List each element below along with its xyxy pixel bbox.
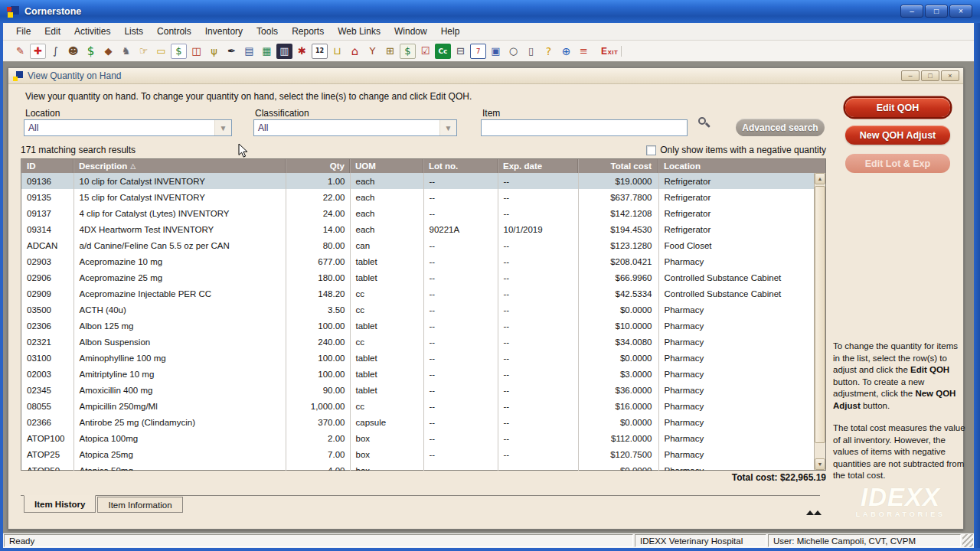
radiology-icon[interactable]: ▥ xyxy=(276,44,292,59)
negative-qty-checkbox[interactable] xyxy=(646,145,656,155)
table-row[interactable]: ATOP25Atopica 25mg7.00box----$120.7500Ph… xyxy=(21,446,815,462)
exit-door-icon[interactable]: ◫ xyxy=(188,44,204,59)
patient-clipboard-icon[interactable]: ✚ xyxy=(30,44,46,59)
invoice-icon[interactable]: $ xyxy=(171,44,187,59)
header-total-cost[interactable]: Total cost xyxy=(578,159,658,173)
payment-icon[interactable]: ☞ xyxy=(136,44,152,59)
table-scrollbar[interactable]: ▲ ▼ xyxy=(814,173,825,470)
menu-reports[interactable]: Reports xyxy=(285,24,331,39)
table-row[interactable]: 091374 clip for Catalyst (Lytes) INVENTO… xyxy=(21,205,815,221)
header-qty[interactable]: Qty xyxy=(286,159,350,173)
tab-item-information[interactable]: Item Information xyxy=(97,497,182,513)
menu-help[interactable]: Help xyxy=(434,24,467,39)
table-row[interactable]: ATOP100Atopica 100mg2.00box----$112.0000… xyxy=(21,430,815,446)
daily-planner-icon[interactable]: ☑ xyxy=(417,44,433,59)
chevron-down-icon[interactable]: ▼ xyxy=(214,120,231,135)
cashier-icon[interactable]: $ xyxy=(83,44,99,59)
cell-exp: -- xyxy=(498,430,578,446)
menu-tools[interactable]: Tools xyxy=(250,24,285,39)
edit-qoh-button[interactable]: Edit QOH xyxy=(845,98,950,117)
table-row[interactable]: 02321Albon Suspension240.00cc----$34.008… xyxy=(21,334,815,350)
copy-icon[interactable]: ▣ xyxy=(488,44,504,59)
minimize-icon[interactable]: – xyxy=(900,5,923,18)
qoh-close-icon[interactable]: × xyxy=(941,70,959,81)
travel-list-icon[interactable]: ≡ xyxy=(576,44,592,59)
table-row[interactable]: 02003Amitriptyline 10 mg100.00tablet----… xyxy=(21,366,815,382)
exit-button[interactable]: Exit xyxy=(598,46,622,57)
chevron-down-icon[interactable]: ▼ xyxy=(439,120,456,135)
lab-beaker-icon[interactable]: ⊔ xyxy=(329,44,345,59)
delete-trash-icon[interactable]: ▯ xyxy=(523,44,539,59)
boarding-home-icon[interactable]: ⌂ xyxy=(347,44,363,59)
header-id[interactable]: ID xyxy=(21,159,74,173)
menu-activities[interactable]: Activities xyxy=(67,24,117,39)
table-row[interactable]: 02366Antirobe 25 mg (Clindamycin)370.00c… xyxy=(21,414,815,430)
schedule-calendar-icon[interactable]: 7 xyxy=(470,44,486,59)
header-description[interactable]: Description △ xyxy=(74,159,286,173)
patient-icon[interactable]: ♞ xyxy=(118,44,134,59)
table-row[interactable]: ADCANa/d Canine/Feline Can 5.5 oz per CA… xyxy=(21,237,815,253)
checkin-note-icon[interactable]: ✎ xyxy=(12,44,28,59)
blood-work-icon[interactable]: ✱ xyxy=(294,44,310,59)
item-search-input[interactable] xyxy=(481,119,688,136)
menu-lists[interactable]: Lists xyxy=(117,24,150,39)
new-qoh-adjust-button[interactable]: New QOH Adjust xyxy=(845,126,950,145)
header-uom[interactable]: UOM xyxy=(350,159,423,173)
table-row[interactable]: 02909Acepromazine Injectable PER CC148.2… xyxy=(21,285,815,302)
menu-edit[interactable]: Edit xyxy=(38,24,67,39)
tab-item-history[interactable]: Item History xyxy=(24,495,96,513)
scroll-up-icon[interactable]: ▲ xyxy=(815,173,825,184)
table-row[interactable]: 03100Aminophylline 100 mg100.00tablet---… xyxy=(21,350,815,366)
help-icon[interactable]: ? xyxy=(541,44,557,59)
table-row[interactable]: 03500ACTH (40u)3.50cc----$0.0000Pharmacy xyxy=(21,302,815,318)
web-icon[interactable]: ⊕ xyxy=(558,44,574,59)
header-location[interactable]: Location xyxy=(658,159,825,173)
scroll-down-icon[interactable]: ▼ xyxy=(815,458,825,470)
table-row[interactable]: 02903Acepromazine 10 mg677.00tablet----$… xyxy=(21,253,815,269)
menu-file[interactable]: File xyxy=(9,24,38,39)
inventory-cabinet-icon[interactable]: ⊞ xyxy=(382,44,398,59)
toolbar-icons: ✎✚∫☻$◆♞☞▭$◫ψ✒▤▦▥✱12⊔⌂Y⊞$☑Cc⊟7▣○▯?⊕≡ xyxy=(12,44,593,59)
medical-notes-icon[interactable]: ∫ xyxy=(47,44,64,59)
table-row[interactable]: 02306Albon 125 mg100.00tablet----$10.000… xyxy=(21,318,815,334)
table-row[interactable]: 02906Acepromazine 25 mg180.00tablet----$… xyxy=(21,269,815,285)
classification-dropdown[interactable]: All ▼ xyxy=(253,119,457,136)
lab-request-icon[interactable]: ✒ xyxy=(224,44,240,59)
close-icon[interactable]: × xyxy=(949,5,972,18)
billing-icon[interactable]: $ xyxy=(400,44,416,59)
menu-inventory[interactable]: Inventory xyxy=(198,24,250,39)
search-icon[interactable]: ○ xyxy=(505,44,521,59)
edit-lot-exp-button[interactable]: Edit Lot & Exp xyxy=(845,154,950,173)
collapse-panel-icon[interactable] xyxy=(806,497,817,511)
exam-form-icon[interactable]: ▤ xyxy=(241,44,257,59)
qoh-minimize-icon[interactable]: – xyxy=(901,70,920,81)
table-row[interactable]: ATOP50Atopica 50mg4.00box----$0.0000Phar… xyxy=(21,462,815,471)
table-row[interactable]: 02345Amoxicillin 400 mg90.00tablet----$3… xyxy=(21,382,815,398)
header-lot-no[interactable]: Lot no. xyxy=(423,159,498,173)
client-account-icon[interactable]: ☻ xyxy=(65,44,81,59)
cell-loc: Pharmacy xyxy=(658,430,815,446)
resize-grip[interactable] xyxy=(962,534,973,547)
search-icon[interactable] xyxy=(697,116,710,130)
print-icon[interactable]: ⊟ xyxy=(452,44,469,59)
qoh-maximize-icon[interactable]: □ xyxy=(921,70,939,81)
price-tag-icon[interactable]: ◆ xyxy=(100,44,116,59)
appointment-calendar-icon[interactable]: 12 xyxy=(312,44,328,59)
menu-controls[interactable]: Controls xyxy=(150,24,198,39)
estimate-scales-icon[interactable]: ψ xyxy=(206,44,222,59)
specials-icon[interactable]: Y xyxy=(364,44,381,59)
credit-card-icon[interactable]: Cc xyxy=(435,44,451,59)
maximize-icon[interactable]: □ xyxy=(925,5,948,18)
scrollbar-thumb[interactable] xyxy=(815,186,825,443)
table-row[interactable]: 0913515 clip for Catalyst INVENTORY22.00… xyxy=(21,189,815,205)
location-dropdown[interactable]: All ▼ xyxy=(24,119,232,136)
table-row[interactable]: 08055Ampicillin 250mg/Ml1,000.00cc----$1… xyxy=(21,398,815,414)
open-folder-icon[interactable]: ▭ xyxy=(153,44,169,59)
menu-web-links[interactable]: Web Links xyxy=(331,24,387,39)
header-exp-date[interactable]: Exp. date xyxy=(498,159,578,173)
advanced-search-button[interactable]: Advanced search xyxy=(736,119,825,136)
menu-window[interactable]: Window xyxy=(387,24,434,39)
table-row[interactable]: 0913610 clip for Catalyst INVENTORY1.00e… xyxy=(21,173,815,189)
imaging-icon[interactable]: ▦ xyxy=(259,44,275,59)
table-row[interactable]: 093144DX Heartworm Test INVENTORY14.00ea… xyxy=(21,221,815,237)
